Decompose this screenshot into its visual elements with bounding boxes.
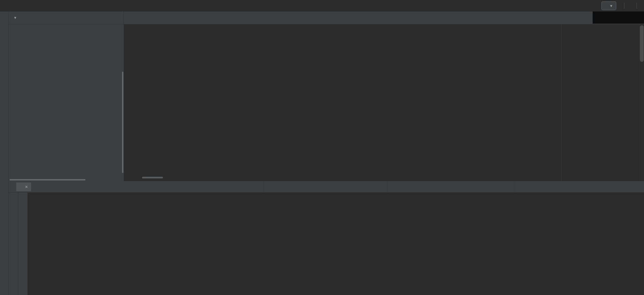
editor-tab-bar	[124, 11, 644, 24]
margin-guide-line	[561, 24, 562, 181]
main-toolbar: ▼	[601, 1, 641, 10]
run-tab[interactable]: ×	[16, 182, 31, 191]
run-console	[28, 193, 644, 295]
code-editor	[124, 24, 644, 181]
run-tool-window: ×	[9, 181, 644, 295]
header-separator	[387, 181, 387, 192]
close-icon[interactable]: ×	[25, 184, 28, 190]
run-configuration-select[interactable]: ▼	[601, 1, 616, 10]
project-tree-panel	[9, 24, 124, 181]
run-tool-header: ×	[9, 181, 644, 193]
editor-horizontal-scrollbar[interactable]	[142, 177, 163, 178]
meeting-overlay-button[interactable]	[593, 11, 644, 24]
left-tool-stripe	[0, 11, 9, 295]
chevron-down-icon: ▼	[610, 4, 613, 8]
pycharm-window: { "colors": { "selection_blue": "#3a66c6…	[0, 0, 644, 295]
inspections-widget	[622, 26, 626, 27]
header-separator	[264, 181, 264, 192]
toolbar-separator	[637, 3, 637, 9]
project-horizontal-scrollbar[interactable]	[9, 179, 86, 180]
run-toolbar	[9, 193, 28, 295]
toolbar-separator	[624, 3, 624, 9]
title-bar: ▼	[0, 0, 644, 11]
error-stripe[interactable]	[639, 24, 644, 181]
chevron-down-icon[interactable]: ▼	[14, 16, 17, 20]
project-vertical-scrollbar[interactable]	[122, 72, 123, 173]
second-row: ▼	[9, 11, 644, 24]
editor-vertical-scrollbar[interactable]	[640, 25, 644, 62]
header-separator	[514, 181, 514, 192]
project-tool-header: ▼	[9, 11, 124, 24]
